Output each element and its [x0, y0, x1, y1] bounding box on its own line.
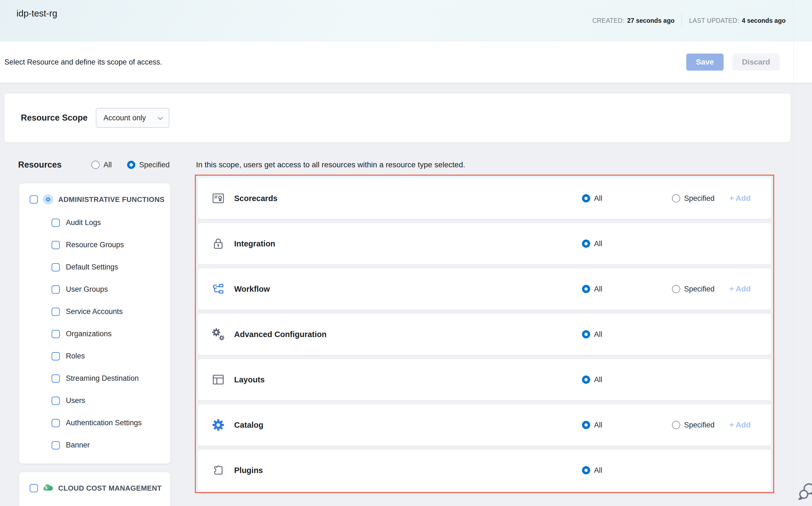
resources-radio-all[interactable]: [91, 161, 100, 169]
item-label: Resource Groups: [66, 241, 124, 249]
group-checkbox[interactable]: [30, 484, 38, 492]
resource-type-title: Plugins: [234, 450, 263, 491]
item-checkbox[interactable]: [52, 397, 60, 405]
radio-all-label: All: [594, 421, 602, 429]
resources-radio-all-label: All: [103, 161, 112, 169]
created-text: CREATED:27 seconds ago: [592, 17, 675, 24]
resource-scope-value: Account only: [103, 114, 146, 122]
cloud-dollar-icon: $: [43, 483, 53, 493]
item-checkbox[interactable]: [52, 441, 60, 449]
list-item: Roles: [19, 345, 170, 367]
gears-icon: [212, 328, 225, 341]
resources-radio-specified-label: Specified: [139, 161, 170, 169]
item-checkbox[interactable]: [52, 241, 60, 249]
radio-all-label: All: [594, 285, 602, 293]
row-specified-control: Specified: [672, 268, 715, 310]
resource-scope-dropdown[interactable]: Account only: [96, 108, 169, 128]
radio-specified[interactable]: [672, 285, 680, 293]
gear-circle-icon: [43, 194, 53, 205]
radio-specified-label: Specified: [684, 421, 715, 429]
list-item: Authentication Settings: [19, 412, 170, 434]
header-meta: CREATED:27 seconds ago LAST UPDATED:4 se…: [592, 0, 786, 41]
resource-group-header: $CLOUD COST MANAGEMENT: [19, 479, 170, 497]
add-button[interactable]: + Add: [729, 178, 751, 219]
puzzle-icon: [212, 464, 225, 477]
created-label: CREATED:: [592, 17, 624, 24]
row-specified-control: Specified: [672, 404, 715, 445]
radio-all[interactable]: [582, 421, 590, 429]
item-label: Roles: [66, 352, 85, 360]
radio-all[interactable]: [582, 375, 590, 384]
radio-all[interactable]: [582, 194, 590, 202]
list-item: Banner: [19, 434, 170, 456]
item-label: Audit Logs: [66, 219, 101, 227]
resource-type-row: CatalogAllSpecified+ Add: [198, 404, 771, 445]
resources-radio-specified[interactable]: [127, 161, 135, 169]
group-items: Recommendations: [19, 497, 170, 506]
item-label: Service Accounts: [66, 308, 123, 316]
row-all-control: All: [582, 268, 602, 310]
item-label: Organizations: [66, 330, 112, 338]
list-item: Service Accounts: [19, 301, 170, 323]
discard-button[interactable]: Discard: [732, 54, 780, 71]
item-label: Banner: [66, 441, 90, 449]
radio-all[interactable]: [582, 466, 590, 475]
radio-all-label: All: [594, 194, 602, 203]
resources-radio-group: All Specified: [91, 157, 170, 173]
row-all-control: All: [582, 359, 602, 400]
add-button[interactable]: + Add: [729, 268, 751, 310]
group-name: ADMINISTRATIVE FUNCTIONS: [58, 195, 165, 204]
radio-specified[interactable]: [672, 421, 680, 429]
resource-type-row: WorkflowAllSpecified+ Add: [198, 268, 771, 310]
resource-type-title: Advanced Configuration: [234, 314, 327, 355]
updated-label: LAST UPDATED:: [689, 17, 739, 24]
item-checkbox[interactable]: [52, 285, 60, 293]
resource-type-row: ScorecardsAllSpecified+ Add: [198, 178, 771, 219]
radio-all[interactable]: [582, 330, 590, 338]
resource-type-title: Layouts: [234, 359, 265, 400]
item-label: Users: [66, 396, 85, 405]
meta-divider: [682, 14, 682, 27]
item-label: Streaming Destination: [66, 374, 139, 383]
item-checkbox[interactable]: [52, 330, 60, 338]
list-item: Default Settings: [19, 256, 170, 278]
toolbar-description: Select Resource and define its scope of …: [4, 41, 162, 83]
row-all-control: All: [582, 314, 602, 355]
radio-specified[interactable]: [672, 194, 680, 202]
item-checkbox[interactable]: [52, 308, 60, 316]
radio-all-label: All: [594, 240, 602, 248]
resource-group-card: ADMINISTRATIVE FUNCTIONSAudit LogsResour…: [19, 183, 170, 463]
radio-all-label: All: [594, 466, 602, 475]
resource-type-title: Workflow: [234, 268, 270, 310]
list-item: User Groups: [19, 278, 170, 301]
scorecards-icon: [212, 192, 225, 205]
item-label: Default Settings: [66, 263, 118, 271]
layout-icon: [212, 373, 225, 386]
group-checkbox[interactable]: [30, 195, 38, 203]
chat-bubbles-icon[interactable]: [797, 481, 812, 502]
radio-all-label: All: [594, 375, 602, 384]
lock-icon: [212, 237, 225, 250]
svg-text:$: $: [45, 486, 47, 490]
scope-instruction: In this scope, users get access to all r…: [196, 160, 465, 169]
radio-all[interactable]: [582, 285, 590, 293]
resource-scope-card: Resource Scope Account only: [4, 93, 791, 142]
row-all-control: All: [582, 178, 602, 219]
save-button[interactable]: Save: [686, 54, 724, 71]
item-checkbox[interactable]: [52, 419, 60, 427]
radio-all[interactable]: [582, 240, 590, 248]
add-button[interactable]: + Add: [729, 404, 751, 445]
item-checkbox[interactable]: [52, 374, 60, 383]
right-gutter: [793, 0, 812, 506]
item-checkbox[interactable]: [52, 219, 60, 227]
item-checkbox[interactable]: [52, 352, 60, 360]
updated-text: LAST UPDATED:4 seconds ago: [689, 17, 786, 24]
created-value: 27 seconds ago: [627, 17, 675, 24]
resource-type-row: IntegrationAll: [198, 223, 771, 264]
radio-specified-label: Specified: [684, 194, 715, 203]
row-all-control: All: [582, 450, 602, 491]
resource-type-row: LayoutsAll: [198, 359, 771, 400]
item-checkbox[interactable]: [52, 263, 60, 271]
row-all-control: All: [582, 223, 602, 264]
updated-value: 4 seconds ago: [742, 17, 786, 24]
